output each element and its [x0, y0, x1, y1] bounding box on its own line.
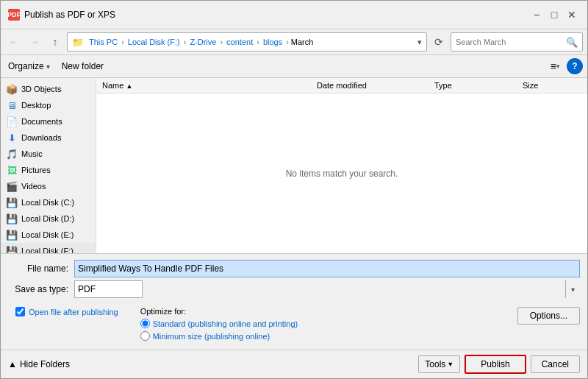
organize-button[interactable]: Organize ▾: [5, 60, 53, 73]
sidebar-label-localc: Local Disk (C:): [21, 198, 74, 207]
saveas-dropdown-icon: ▾: [565, 280, 580, 298]
sidebar-item-localf[interactable]: 💾 Local Disk (F:): [1, 243, 96, 253]
refresh-button[interactable]: ⟳: [430, 33, 448, 51]
breadcrumb-blogs[interactable]: blogs: [262, 38, 284, 46]
saveas-select-wrapper: PDF XPS Document ▾: [74, 280, 580, 298]
sidebar-item-localc[interactable]: 💾 Local Disk (C:): [1, 194, 96, 210]
sidebar-label-pictures: Pictures: [21, 166, 51, 174]
breadcrumb-dropdown-icon[interactable]: ▾: [417, 38, 422, 47]
sidebar-item-locald[interactable]: 💾 Local Disk (D:): [1, 210, 96, 227]
tools-dropdown-icon: ▼: [447, 361, 453, 368]
hide-folders-button[interactable]: ▲ Hide Folders: [8, 359, 70, 369]
saveas-select[interactable]: PDF XPS Document: [74, 280, 143, 298]
sidebar-label-locale: Local Disk (E:): [21, 230, 74, 239]
breadcrumb-current: March: [291, 38, 314, 46]
sidebar-label-videos: Videos: [21, 182, 46, 191]
cancel-button[interactable]: Cancel: [531, 355, 580, 373]
col-name[interactable]: Name ▲: [102, 81, 317, 90]
hide-folders-icon: ▲: [8, 359, 17, 369]
publish-button[interactable]: Publish: [465, 355, 526, 374]
breadcrumb-localdisk[interactable]: Local Disk (F:): [126, 38, 182, 46]
optimize-group: Optimize for: Standard (publishing onlin…: [140, 307, 298, 341]
footer: ▲ Hide Folders Tools ▼ Publish Cancel: [1, 350, 587, 378]
dialog-title: Publish as PDF or XPS: [24, 10, 524, 20]
downloads-icon: ⬇: [7, 132, 17, 143]
sidebar-item-documents[interactable]: 📄 Documents: [1, 113, 96, 130]
up-button[interactable]: ↑: [46, 33, 64, 51]
close-button[interactable]: ✕: [564, 7, 580, 23]
sidebar-item-music[interactable]: 🎵 Music: [1, 146, 96, 162]
col-type[interactable]: Type: [434, 81, 523, 90]
options-button[interactable]: Options...: [517, 307, 580, 325]
view-dropdown-icon: ▾: [556, 63, 560, 70]
sidebar-item-videos[interactable]: 🎬 Videos: [1, 178, 96, 194]
3dobjects-icon: 📦: [7, 84, 17, 94]
col-size[interactable]: Size: [523, 81, 581, 90]
filename-label: File name:: [8, 263, 74, 274]
sidebar: 📦 3D Objects 🖥 Desktop 📄 Documents ⬇ Dow…: [1, 78, 96, 253]
file-header: Name ▲ Date modified Type Size: [96, 78, 587, 93]
hide-folders-label: Hide Folders: [20, 359, 70, 369]
minimum-label[interactable]: Minimum size (publishing online): [153, 332, 270, 341]
back-button[interactable]: ←: [5, 33, 23, 51]
sidebar-item-3dobjects[interactable]: 📦 3D Objects: [1, 81, 96, 97]
breadcrumb-thispc[interactable]: This PC: [87, 38, 119, 46]
minimum-radio[interactable]: [140, 331, 150, 341]
breadcrumb-content[interactable]: content: [225, 38, 254, 46]
name-sort-icon: ▲: [126, 82, 132, 90]
search-bar: 🔍: [451, 32, 583, 52]
sidebar-label-downloads: Downloads: [21, 133, 61, 142]
open-after-checkbox[interactable]: [15, 307, 25, 316]
sidebar-label-localf: Local Disk (F:): [21, 247, 74, 253]
toolbar-right: ≡ ▾ ?: [547, 58, 583, 74]
documents-icon: 📄: [7, 116, 17, 127]
navigation-bar: ← → ↑ 📁 This PC › Local Disk (F:) › Z-Dr…: [1, 29, 587, 55]
window-controls: − □ ✕: [528, 7, 580, 23]
filename-row: File name:: [8, 260, 580, 277]
dialog-icon: PDF: [8, 9, 20, 21]
sidebar-item-desktop[interactable]: 🖥 Desktop: [1, 97, 96, 113]
title-bar: PDF Publish as PDF or XPS − □ ✕: [1, 1, 587, 29]
standard-label[interactable]: Standard (publishing online and printing…: [153, 319, 298, 328]
breadcrumb-folder-icon: 📁: [72, 37, 84, 48]
music-icon: 🎵: [7, 149, 17, 159]
saveas-row: Save as type: PDF XPS Document ▾: [8, 280, 580, 298]
footer-right: Tools ▼ Publish Cancel: [418, 355, 580, 374]
breadcrumb: 📁 This PC › Local Disk (F:) › Z-Drive › …: [67, 32, 427, 52]
empty-message: No items match your search.: [286, 169, 398, 179]
sidebar-item-downloads[interactable]: ⬇ Downloads: [1, 130, 96, 146]
open-after-label[interactable]: Open file after publishing: [29, 308, 118, 316]
locald-icon: 💾: [7, 213, 17, 224]
sidebar-label-documents: Documents: [21, 117, 62, 126]
localc-icon: 💾: [7, 197, 17, 208]
sidebar-item-locale[interactable]: 💾 Local Disk (E:): [1, 227, 96, 243]
open-after-group: Open file after publishing: [15, 307, 118, 316]
tools-label: Tools: [425, 359, 445, 369]
tools-button[interactable]: Tools ▼: [418, 355, 460, 373]
pictures-icon: 🖼: [7, 165, 17, 175]
saveas-label: Save as type:: [8, 284, 74, 294]
view-options-button[interactable]: ≡ ▾: [547, 58, 564, 74]
desktop-icon: 🖥: [7, 100, 17, 110]
help-button[interactable]: ?: [567, 58, 583, 74]
sidebar-label-locald: Local Disk (D:): [21, 214, 74, 223]
col-date[interactable]: Date modified: [317, 81, 434, 90]
minimum-option: Minimum size (publishing online): [140, 331, 298, 341]
locale-icon: 💾: [7, 230, 17, 240]
maximize-button[interactable]: □: [546, 7, 562, 23]
standard-option: Standard (publishing online and printing…: [140, 319, 298, 328]
search-input[interactable]: [456, 38, 566, 46]
filename-input[interactable]: [74, 260, 580, 277]
minimize-button[interactable]: −: [528, 7, 545, 23]
new-folder-button[interactable]: New folder: [59, 60, 107, 73]
form-area: File name: Save as type: PDF XPS Documen…: [1, 253, 587, 350]
forward-button[interactable]: →: [26, 33, 43, 51]
publish-dialog: PDF Publish as PDF or XPS − □ ✕ ← → ↑ 📁 …: [0, 0, 588, 379]
standard-radio[interactable]: [140, 319, 150, 328]
file-area: Name ▲ Date modified Type Size No items …: [96, 78, 587, 253]
search-button[interactable]: 🔍: [566, 37, 578, 48]
main-area: 📦 3D Objects 🖥 Desktop 📄 Documents ⬇ Dow…: [1, 78, 587, 253]
sidebar-label-3dobjects: 3D Objects: [21, 85, 61, 93]
sidebar-item-pictures[interactable]: 🖼 Pictures: [1, 162, 96, 178]
breadcrumb-zdrive[interactable]: Z-Drive: [188, 38, 218, 46]
